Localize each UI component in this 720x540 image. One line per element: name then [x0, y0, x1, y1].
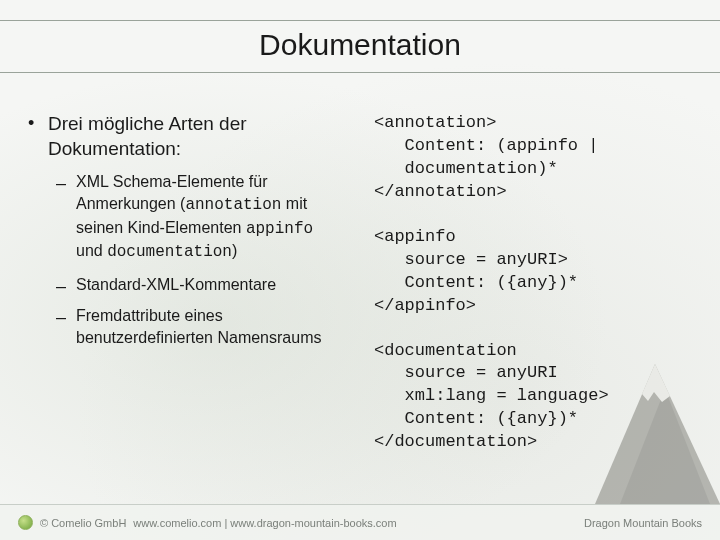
footer-brand: Dragon Mountain Books — [584, 517, 702, 529]
code-inline: annotation — [185, 196, 281, 214]
footer-left: © Comelio GmbH www.comelio.com | www.dra… — [18, 515, 397, 530]
main-list-item: Drei mögliche Arten der Dokumentation: X… — [24, 112, 344, 349]
page-title: Dokumentation — [0, 28, 720, 62]
title-area: Dokumentation — [0, 0, 720, 82]
sub-text: Standard-XML-Kommentare — [76, 276, 276, 293]
code-block-documentation: <documentation source = anyURI xml:lang … — [374, 340, 696, 455]
footer: © Comelio GmbH www.comelio.com | www.dra… — [0, 504, 720, 540]
sub-text: Fremdattribute eines benutzerdefinierten… — [76, 307, 321, 346]
sub-list-item: Standard-XML-Kommentare — [48, 274, 344, 296]
sub-text: und — [76, 242, 107, 259]
content-area: Drei mögliche Arten der Dokumentation: X… — [0, 82, 720, 476]
code-block-appinfo: <appinfo source = anyURI> Content: ({any… — [374, 226, 696, 318]
comelio-logo-icon — [18, 515, 33, 530]
sub-list-item: XML Schema-Elemente für Anmerkungen (ann… — [48, 171, 344, 263]
right-column: <annotation> Content: (appinfo | documen… — [374, 112, 696, 476]
sub-list: XML Schema-Elemente für Anmerkungen (ann… — [48, 171, 344, 348]
footer-copyright: © Comelio GmbH — [40, 517, 126, 529]
footer-url: www.comelio.com | www.dragon-mountain-bo… — [133, 517, 396, 529]
sub-list-item: Fremdattribute eines benutzerdefinierten… — [48, 305, 344, 348]
code-inline: appinfo — [246, 220, 313, 238]
sub-text: ) — [232, 242, 237, 259]
footer-right: Dragon Mountain Books — [584, 517, 702, 529]
title-rule — [0, 72, 720, 73]
title-rule — [0, 20, 720, 21]
left-column: Drei mögliche Arten der Dokumentation: X… — [24, 112, 344, 476]
main-list: Drei mögliche Arten der Dokumentation: X… — [24, 112, 344, 349]
code-block-annotation: <annotation> Content: (appinfo | documen… — [374, 112, 696, 204]
main-item-text: Drei mögliche Arten der Dokumentation: — [48, 113, 247, 159]
code-inline: documentation — [107, 243, 232, 261]
